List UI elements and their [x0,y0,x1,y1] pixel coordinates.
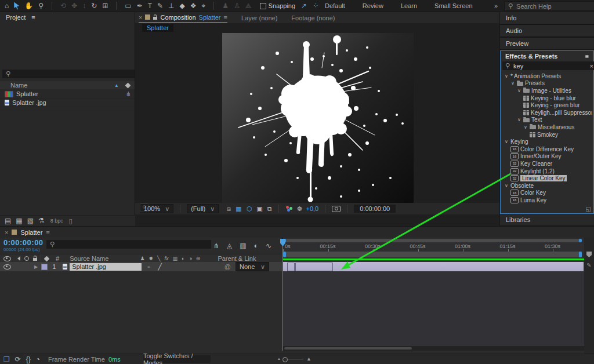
comp-button-icon[interactable]: ✎ [586,262,591,268]
clear-search-icon[interactable]: × [590,63,593,70]
adjustment-layer-icon[interactable]: ◑ [189,256,191,261]
video-column-icon[interactable] [3,256,11,261]
tab-footage[interactable]: Footage (none) [291,14,335,21]
effects-tree-item[interactable]: 16Luma Key [501,196,592,204]
snapping-checkbox[interactable] [260,3,266,9]
help-search-box[interactable]: ⚲ Search Help [504,1,594,11]
tree-item-label[interactable]: Presets [525,80,545,86]
axis-mode-icon-3[interactable]: ⟁ [245,0,252,12]
tree-item-label[interactable]: Key Cleaner [520,161,552,167]
tree-item-label[interactable]: Luma Key [520,197,546,203]
effects-tree-item[interactable]: Keying - green blur [501,101,592,109]
frame-blend-icon[interactable]: ▥ [172,256,178,261]
tree-item-label[interactable]: Obsolete [510,183,534,189]
in-out-panes-icon[interactable]: {} [26,354,31,364]
effects-tree-item[interactable]: 32Linear Color Key [501,174,592,182]
pan-behind-tool-icon[interactable]: ⊞ [102,0,108,12]
layer-row[interactable]: ▶ 1 Splatter .jpg ▫ ╱ @ None∨ [0,262,282,271]
toggle-switches-modes-button[interactable]: Toggle Switches / Modes [143,355,211,363]
tree-caret-icon[interactable]: ∨ [504,183,509,188]
zoom-in-icon[interactable]: ▲ [306,356,312,362]
close-icon[interactable]: × [139,14,142,21]
project-item[interactable]: Splatter .jpg [0,99,135,107]
bit-depth-label[interactable]: 8 bpc [50,218,63,224]
layer-color-swatch[interactable] [41,264,48,270]
tree-item-label[interactable]: Keylight (1.2) [520,168,555,174]
new-preset-corner-icon[interactable]: ◱ [586,206,591,212]
brush-tool-icon[interactable]: ✎ [157,0,163,12]
transparency-grid-icon[interactable]: ▦ [236,205,241,213]
delete-icon[interactable]: ▯ [69,217,73,225]
work-area-start-handle[interactable] [283,252,286,257]
show-snapshot-icon[interactable] [140,203,148,212]
axis-mode-icon-1[interactable]: ♟ [222,0,229,12]
effects-tree-item[interactable]: 32Key Cleaner [501,160,592,168]
timeline-search-input[interactable]: ⚲ [46,240,211,249]
graph-editor-icon[interactable]: ∿ [266,240,271,252]
close-icon[interactable]: × [5,229,8,236]
workspace-tab-small-screen[interactable]: Small Screen [434,2,472,9]
effects-tree-item[interactable]: ∨Presets [501,80,592,88]
effects-tree-item[interactable]: Smokey [501,131,592,139]
tree-caret-icon[interactable]: ∨ [510,81,515,86]
effects-tree-item[interactable]: ∨Image - Utilities [501,87,592,94]
color-depth-icon[interactable]: ⚗ [38,215,45,227]
lock-icon[interactable] [153,17,157,20]
audio-column-icon[interactable] [15,256,20,261]
label-column-icon[interactable] [44,256,50,261]
timeline-zoom-control[interactable]: ▲ ▲ [277,356,312,362]
effects-tree-item[interactable]: 16Inner/Outer Key [501,153,592,161]
effects-search-input[interactable]: ⚲ key × [502,61,594,70]
navigator-end-handle[interactable] [579,239,582,242]
effects-tree-item[interactable]: Keying - blue blur [501,94,592,102]
layer-quality-switch[interactable]: ╱ [158,263,162,271]
workspace-tab-review[interactable]: Review [363,2,383,9]
effects-tree-item[interactable]: ∨Text [501,117,592,124]
3d-layer-icon[interactable]: ⊕ [196,256,201,261]
roto-brush-tool-icon[interactable]: ❖ [190,0,197,12]
timeline-horizontal-scrollbar[interactable] [283,346,584,351]
timeline-navigator-bar[interactable] [283,239,582,242]
effects-tree-item[interactable]: 16Color Key [501,190,592,197]
tree-item-label[interactable]: Color Difference Key [520,146,574,152]
fx-icon[interactable]: fx [164,256,168,261]
effects-tree-item[interactable]: 16Color Difference Key [501,145,592,153]
subtab-splatter[interactable]: Splatter [142,24,173,32]
effects-tree-item[interactable]: 32Keylight (1.2) [501,168,592,175]
draft-3d-icon[interactable]: ◬ [227,240,232,252]
home-icon[interactable]: ⌂ [5,0,9,12]
label-column-icon[interactable] [125,82,131,88]
clone-stamp-tool-icon[interactable]: ⊥ [168,0,174,12]
parent-pickwhip-icon[interactable]: @ [224,263,231,270]
parent-link-column-header[interactable]: Parent & Link [218,255,256,262]
timeline-track-area[interactable]: 0s00:15s00:30s00:45s01:00s01:15s01:30s [283,238,584,351]
layer-duration-bar[interactable] [283,262,584,271]
tree-caret-icon[interactable]: ∨ [504,139,509,144]
current-time-display[interactable]: 0:00:00:00 [3,238,44,247]
type-tool-icon[interactable]: T [148,0,152,12]
source-name-column-header[interactable]: Source Name [70,255,108,262]
viewer-timecode[interactable]: 0:00:00:00 [354,205,396,213]
layer-expand-arrow[interactable]: ▶ [34,264,38,270]
tree-item-label[interactable]: Keying - green blur [531,102,580,108]
solo-column-icon[interactable] [24,256,29,261]
tree-caret-icon[interactable]: ∨ [517,117,521,122]
rectangle-tool-icon[interactable]: ▭ [125,0,131,12]
tree-item-label[interactable]: Color Key [520,190,546,196]
workspace-tab-default[interactable]: Default [325,2,345,9]
panel-menu-icon[interactable]: ≡ [46,229,49,236]
panel-menu-icon[interactable]: ≡ [31,14,35,21]
comp-mini-flowchart-icon[interactable]: ⋔ [213,240,219,252]
selection-tool-icon[interactable] [14,2,19,10]
tree-item-label[interactable]: Keying [510,139,528,145]
tree-item-label[interactable]: Smokey [537,132,558,138]
effects-tree-item[interactable]: ∨Miscellaneous [501,123,592,131]
panel-tab-preview[interactable]: Preview [500,38,594,49]
panel-menu-icon[interactable]: ≡ [585,53,589,60]
tree-caret-icon[interactable]: ∨ [517,88,521,93]
collapse-transformations-icon[interactable]: ✹ [148,256,153,261]
quality-icon[interactable]: ╲ [157,256,160,261]
tree-item-label[interactable]: * Animation Presets [510,73,561,79]
tree-item-label[interactable]: Image - Utilities [531,88,571,94]
sort-ascending-icon[interactable]: ▲ [114,83,119,88]
